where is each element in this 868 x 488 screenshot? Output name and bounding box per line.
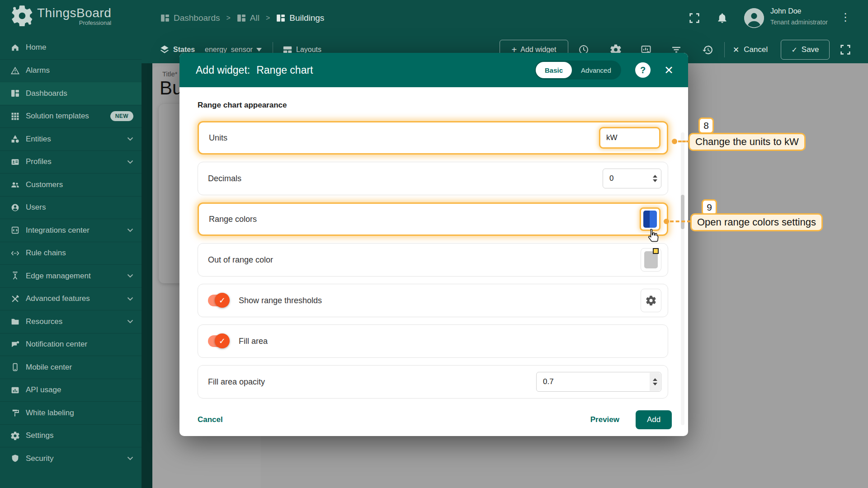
sidebar-item-profiles[interactable]: Profiles — [0, 150, 142, 174]
dialog-preview-button[interactable]: Preview — [590, 415, 619, 424]
home-icon — [11, 43, 19, 52]
dialog-footer: Cancel Preview Add — [179, 404, 688, 436]
sidebar-item-label: White labeling — [26, 408, 74, 418]
sidebar-item-home[interactable]: Home — [0, 36, 142, 59]
sidebar-item-entities[interactable]: Entities — [0, 127, 142, 150]
gear-icon — [11, 432, 19, 440]
sidebar-item-label: Integrations center — [26, 226, 90, 235]
sidebar-item-label: Home — [26, 43, 46, 52]
decimals-label: Decimals — [208, 174, 241, 183]
annotation-8-text: Change the units to kW — [689, 133, 806, 151]
brand-subtitle: Professional — [79, 19, 112, 26]
add-widget-dialog: Add widget: Range chart Basic Advanced ?… — [179, 53, 688, 436]
close-icon[interactable]: ✕ — [664, 64, 674, 77]
user-circle-icon — [11, 203, 19, 212]
units-row: Units kW — [198, 121, 668, 155]
cancel-label: Cancel — [744, 45, 768, 54]
breadcrumb-dashboards[interactable]: Dashboards — [160, 13, 220, 23]
user-name: John Doe — [770, 7, 802, 15]
notifications-bell-icon[interactable] — [716, 12, 728, 24]
sidebar-item-dashboards[interactable]: Dashboards — [0, 82, 142, 105]
dialog-scrollbar[interactable] — [681, 132, 684, 425]
sidebar-item-security[interactable]: Security — [0, 447, 142, 470]
scrollbar-thumb[interactable] — [681, 195, 684, 229]
breadcrumb-all[interactable]: All — [237, 13, 259, 23]
sidebar-item-label: Solution templates — [26, 112, 89, 121]
chevron-down-icon — [127, 274, 133, 278]
chevron-down-icon — [127, 137, 133, 141]
thingsboard-logo-icon — [12, 5, 33, 26]
fullscreen-icon[interactable] — [840, 44, 851, 55]
number-stepper[interactable] — [650, 373, 660, 391]
stepper-down-icon[interactable] — [653, 383, 657, 385]
user-avatar[interactable] — [744, 8, 764, 28]
more-options-icon[interactable]: ⋮ — [840, 11, 851, 23]
decimals-row: Decimals 0 — [198, 162, 668, 195]
thresholds-settings-button[interactable] — [641, 289, 661, 312]
fill-area-toggle[interactable]: ✓ — [208, 335, 228, 347]
sidebar-item-advanced-features[interactable]: Advanced features — [0, 287, 142, 310]
out-of-range-color-label: Out of range color — [208, 255, 273, 265]
breadcrumb-label: Dashboards — [174, 13, 220, 23]
help-button[interactable]: ? — [635, 62, 651, 78]
units-input[interactable]: kW — [599, 127, 660, 149]
dialog-title: Add widget: Range chart — [196, 53, 313, 87]
decimals-value: 0 — [609, 174, 613, 183]
chevron-down-icon — [127, 160, 133, 164]
close-icon: ✕ — [733, 45, 739, 55]
breadcrumb-buildings[interactable]: Buildings — [276, 13, 324, 23]
thingsboard-logo[interactable]: ThingsBoard Professional — [12, 5, 111, 26]
tools-icon — [11, 295, 19, 303]
annotation-8-anchor-dot — [672, 139, 677, 144]
edit-cancel-button[interactable]: ✕ Cancel — [733, 36, 768, 63]
show-range-thresholds-label: Show range thresholds — [239, 296, 322, 305]
user-role: Tenant administrator — [770, 19, 828, 26]
fill-area-opacity-input[interactable]: 0.7 — [536, 372, 661, 392]
decimals-input[interactable]: 0 — [603, 169, 661, 188]
stepper-down-icon[interactable] — [653, 179, 657, 182]
sidebar-item-edge-management[interactable]: Edge management — [0, 264, 142, 287]
range-colors-swatch-button[interactable] — [640, 207, 660, 231]
sidebar-item-notification-center[interactable]: Notification center — [0, 333, 142, 356]
fill-area-label: Fill area — [239, 337, 268, 346]
breadcrumb-separator: > — [266, 14, 270, 22]
fill-area-opacity-value: 0.7 — [543, 377, 554, 386]
sidebar-item-customers[interactable]: Customers — [0, 173, 142, 196]
sidebar-item-users[interactable]: Users — [0, 196, 142, 219]
entities-icon — [11, 135, 19, 143]
thingsboard-app: ThingsBoard Professional Dashboards > Al… — [0, 0, 868, 488]
sidebar-item-label: Mobile center — [26, 363, 72, 372]
sidebar-item-resources[interactable]: Resources — [0, 310, 142, 333]
dialog-add-button[interactable]: Add — [636, 410, 672, 429]
people-icon — [11, 180, 19, 189]
sidebar-item-label: Users — [26, 203, 46, 212]
sidebar-item-mobile-center[interactable]: Mobile center — [0, 356, 142, 379]
sidebar-item-settings[interactable]: Settings — [0, 424, 142, 447]
dialog-cancel-button[interactable]: Cancel — [198, 415, 223, 424]
fullscreen-icon[interactable] — [689, 13, 700, 23]
edit-save-button[interactable]: ✓ Save — [781, 40, 830, 60]
tab-basic[interactable]: Basic — [536, 62, 572, 78]
fill-area-opacity-label: Fill area opacity — [208, 377, 265, 387]
sidebar-item-label: Profiles — [26, 157, 52, 166]
sidebar-item-label: Entities — [26, 135, 51, 144]
range-colors-swatch — [643, 211, 657, 228]
number-stepper[interactable] — [650, 169, 660, 188]
sidebar-item-label: Edge management — [26, 272, 91, 281]
tab-advanced[interactable]: Advanced — [572, 62, 620, 78]
sidebar-item-solution-templates[interactable]: Solution templates NEW — [0, 105, 142, 128]
sidebar-item-white-labeling[interactable]: White labeling — [0, 401, 142, 424]
stepper-up-icon[interactable] — [653, 175, 657, 178]
caret-down-icon — [256, 48, 262, 52]
sidebar-item-alarms[interactable]: Alarms — [0, 59, 142, 82]
sidebar-item-rule-chains[interactable]: Rule chains — [0, 242, 142, 265]
stepper-up-icon[interactable] — [653, 378, 657, 381]
sidebar-item-api-usage[interactable]: API usage — [0, 379, 142, 402]
cursor-click-marker — [653, 248, 659, 254]
sidebar-item-integrations-center[interactable]: Integrations center — [0, 219, 142, 242]
dialog-body: Range chart appearance Units kW Decimals… — [179, 87, 688, 404]
version-history-icon[interactable] — [702, 44, 713, 56]
show-range-thresholds-toggle[interactable]: ✓ — [208, 295, 228, 306]
range-colors-label: Range colors — [209, 215, 257, 224]
new-badge: NEW — [110, 111, 133, 121]
